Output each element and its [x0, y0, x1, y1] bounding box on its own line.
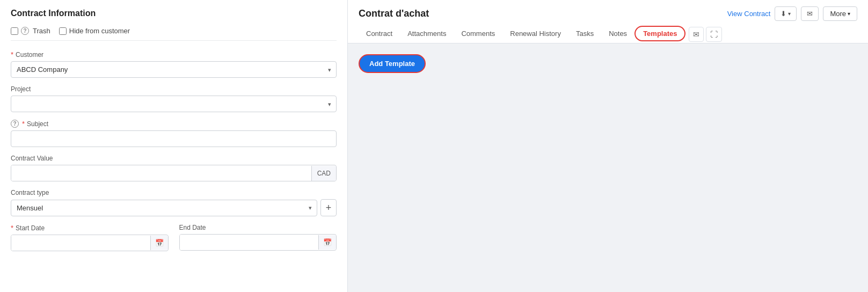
more-button[interactable]: More ▾ — [823, 6, 857, 21]
start-date-label: * Start Date — [11, 224, 169, 232]
view-contract-link[interactable]: View Contract — [727, 10, 771, 18]
add-template-button[interactable]: Add Template — [359, 54, 426, 73]
right-panel: Contrat d'achat View Contract ⬇ ▾ ✉ More… — [348, 0, 868, 292]
tab-attachments[interactable]: Attachments — [400, 25, 454, 43]
more-label: More — [830, 10, 846, 18]
hide-from-customer-text: Hide from customer — [69, 27, 130, 35]
tab-renewal-history[interactable]: Renewal History — [502, 25, 568, 43]
expand-icon-button[interactable]: ⛶ — [706, 27, 722, 42]
end-date-input[interactable] — [180, 235, 319, 250]
contract-type-select-wrapper: Mensuel ▾ — [11, 200, 317, 216]
end-date-calendar-icon[interactable]: 📅 — [318, 235, 336, 250]
add-contract-type-button[interactable]: + — [320, 199, 337, 216]
download-button[interactable]: ⬇ ▾ — [775, 6, 797, 21]
right-header: Contrat d'achat View Contract ⬇ ▾ ✉ More… — [348, 0, 868, 43]
contract-type-select[interactable]: Mensuel — [11, 200, 317, 216]
project-group: Project Select and begin typing ▾ — [11, 85, 337, 112]
page-title: Contract Information — [11, 9, 337, 18]
end-date-group: End Date 📅 — [179, 224, 337, 251]
contract-value-label: Contract Value — [11, 155, 337, 162]
project-select-wrapper: Select and begin typing ▾ — [11, 96, 337, 112]
project-label: Project — [11, 85, 337, 93]
more-chevron-icon: ▾ — [848, 11, 850, 17]
right-actions: View Contract ⬇ ▾ ✉ More ▾ — [727, 6, 857, 21]
hide-from-customer-label[interactable]: Hide from customer — [59, 27, 130, 35]
right-title-bar: Contrat d'achat View Contract ⬇ ▾ ✉ More… — [359, 0, 857, 21]
currency-badge: CAD — [311, 166, 336, 181]
end-date-input-wrapper: 📅 — [179, 234, 337, 251]
dates-group: * Start Date 2023-03-30 📅 End Date 📅 — [11, 224, 337, 251]
contract-type-label: Contract type — [11, 189, 337, 196]
right-content: Add Template — [348, 43, 868, 292]
tab-contract[interactable]: Contract — [359, 25, 400, 43]
start-date-group: * Start Date 2023-03-30 📅 — [11, 224, 169, 251]
subject-label: ? * Subject — [11, 120, 337, 128]
contract-value-group: Contract Value 190.00 CAD — [11, 155, 337, 181]
contract-type-row: Mensuel ▾ + — [11, 199, 337, 216]
trash-checkbox-label[interactable]: ? Trash — [11, 27, 50, 35]
project-select[interactable]: Select and begin typing — [11, 96, 337, 112]
download-icon: ⬇ — [781, 10, 786, 18]
customer-select[interactable]: ABCD Company — [11, 61, 337, 78]
tab-templates[interactable]: Templates — [634, 26, 685, 41]
subject-input[interactable]: Contrat d'achat — [11, 130, 337, 147]
email-icon: ✉ — [807, 10, 813, 18]
right-panel-title: Contrat d'achat — [359, 8, 429, 19]
tabs-bar: Contract Attachments Comments Renewal Hi… — [359, 21, 857, 43]
main-layout: Contract Information ? Trash Hide from c… — [0, 0, 868, 292]
customer-select-wrapper: ABCD Company ▾ — [11, 61, 337, 78]
trash-help-icon: ? — [21, 27, 29, 35]
start-date-input-wrapper: 2023-03-30 📅 — [11, 235, 169, 251]
date-row: * Start Date 2023-03-30 📅 End Date 📅 — [11, 224, 337, 251]
customer-label: * Customer — [11, 50, 337, 59]
top-controls: ? Trash Hide from customer — [11, 27, 337, 41]
tab-notes[interactable]: Notes — [601, 25, 634, 43]
end-date-label: End Date — [179, 224, 337, 231]
trash-label: Trash — [33, 27, 50, 35]
contract-type-group: Contract type Mensuel ▾ + — [11, 189, 337, 216]
contract-value-input[interactable]: 190.00 — [11, 165, 311, 181]
left-panel: Contract Information ? Trash Hide from c… — [0, 0, 348, 292]
download-chevron-icon: ▾ — [788, 11, 791, 17]
subject-group: ? * Subject Contrat d'achat — [11, 120, 337, 147]
tab-comments[interactable]: Comments — [454, 25, 502, 43]
hide-from-customer-checkbox[interactable] — [59, 27, 67, 35]
customer-group: * Customer ABCD Company ▾ — [11, 50, 337, 78]
subject-help-icon: ? — [11, 120, 19, 128]
tab-tasks[interactable]: Tasks — [568, 25, 601, 43]
email-button[interactable]: ✉ — [801, 6, 819, 21]
start-date-calendar-icon[interactable]: 📅 — [150, 236, 168, 250]
compose-icon-button[interactable]: ✉ — [689, 27, 704, 42]
tab-icons: ✉ ⛶ — [689, 27, 722, 42]
contract-value-row: 190.00 CAD — [11, 165, 337, 181]
start-date-input[interactable]: 2023-03-30 — [11, 235, 150, 251]
trash-checkbox[interactable] — [11, 27, 18, 35]
